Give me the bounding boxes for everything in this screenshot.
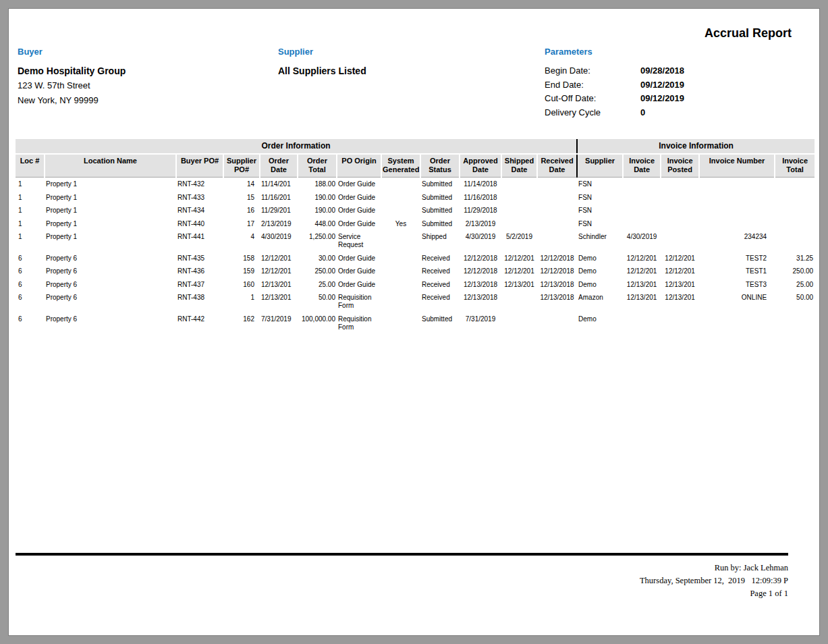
table-cell	[699, 217, 775, 231]
table-cell	[501, 313, 537, 334]
parameter-row: Delivery Cycle 0	[545, 107, 684, 122]
table-cell: 12/13/201	[501, 278, 537, 292]
table-cell: 250.00	[298, 265, 337, 278]
table-cell: 12/13/2018	[537, 278, 577, 292]
table-cell: 12/12/2018	[460, 252, 501, 265]
table-cell: Order Guide	[337, 191, 381, 205]
table-cell: Schindler	[577, 230, 623, 252]
table-cell: FSN	[577, 217, 623, 231]
table-cell: 12/12/2018	[537, 252, 577, 265]
table-cell: 12/12/2018	[460, 265, 501, 278]
footer-page-number: Page 1 of 1	[16, 587, 788, 600]
table-cell: 2/13/2019	[260, 217, 298, 231]
column-header: Invoice Number	[699, 154, 775, 178]
table-cell: Received	[420, 278, 460, 292]
table-cell: 12/13/2018	[537, 291, 577, 313]
table-cell: RNT-436	[176, 265, 223, 278]
table-row: 6Property 6RNT-43515812/12/20130.00Order…	[16, 252, 815, 265]
table-row: 6Property 6RNT-438112/13/20150.00Requisi…	[16, 291, 815, 313]
table-cell: 4/30/2019	[460, 230, 501, 252]
table-cell: 160	[223, 278, 260, 292]
table-cell	[661, 313, 699, 334]
table-cell: Property 6	[45, 313, 176, 334]
table-cell: 188.00	[298, 178, 337, 191]
supplier-section-label: Supplier	[278, 47, 366, 57]
column-header: Received Date	[537, 154, 577, 178]
table-cell: 50.00	[298, 291, 337, 313]
table-cell: Property 1	[45, 204, 176, 217]
buyer-section-label: Buyer	[18, 47, 126, 57]
table-cell	[699, 204, 775, 217]
column-header: Invoice Posted	[661, 154, 699, 178]
table-cell	[775, 178, 815, 191]
table-cell	[381, 265, 420, 278]
table-cell	[537, 204, 577, 217]
table-cell: 12/13/201	[260, 291, 298, 313]
column-header: Supplier PO#	[223, 154, 260, 178]
table-cell: 1	[223, 291, 260, 313]
table-cell: 12/12/201	[661, 252, 699, 265]
table-cell: 11/29/2018	[460, 204, 501, 217]
table-cell: 12/12/201	[623, 252, 661, 265]
table-cell: 12/13/2018	[460, 291, 501, 313]
table-cell	[537, 313, 577, 334]
parameter-value: 0	[640, 107, 645, 117]
column-header: PO Origin	[337, 154, 381, 178]
table-cell: RNT-437	[176, 278, 223, 292]
table-cell: Received	[420, 252, 460, 265]
table-cell: 12/12/201	[260, 252, 298, 265]
supplier-section: Supplier All Suppliers Listed	[278, 47, 366, 76]
column-header: Order Date	[260, 154, 298, 178]
table-cell: Order Guide	[337, 204, 381, 217]
report-footer: Run by: Jack Lehman Thursday, September …	[16, 562, 788, 600]
table-cell	[699, 191, 775, 205]
table-cell: 12/13/201	[661, 278, 699, 292]
table-cell: 190.00	[298, 191, 337, 205]
table-cell	[775, 217, 815, 231]
page-title: Accrual Report	[705, 26, 792, 41]
table-cell: Requisition Form	[337, 313, 381, 334]
table-cell: Property 6	[45, 252, 176, 265]
column-header: Approved Date	[460, 154, 501, 178]
table-cell	[381, 204, 420, 217]
table-cell: 7/31/2019	[460, 313, 501, 334]
table-cell: 234234	[699, 230, 775, 252]
table-cell: 12/12/201	[260, 265, 298, 278]
invoice-information-group-header: Invoice Information	[577, 139, 815, 154]
table-cell: 17	[223, 217, 260, 231]
table-cell: 158	[223, 252, 260, 265]
table-cell: RNT-438	[176, 291, 223, 313]
table-cell: 11/16/2018	[460, 191, 501, 205]
buyer-name: Demo Hospitality Group	[18, 65, 126, 76]
table-cell: Received	[420, 265, 460, 278]
table-cell	[537, 230, 577, 252]
table-cell	[623, 217, 661, 231]
report-table: Order Information Invoice Information Lo…	[16, 139, 815, 333]
column-header: Invoice Total	[775, 154, 815, 178]
table-cell	[775, 191, 815, 205]
table-row: 6Property 6RNT-4421627/31/2019100,000.00…	[16, 313, 815, 334]
table-cell: Property 1	[45, 178, 176, 191]
table-cell	[775, 204, 815, 217]
parameter-row: End Date: 09/12/2019	[545, 80, 684, 94]
column-header: Shipped Date	[501, 154, 537, 178]
report-page: Accrual Report Buyer Demo Hospitality Gr…	[8, 8, 820, 636]
report-table-wrap: Order Information Invoice Information Lo…	[16, 139, 815, 333]
table-cell	[501, 178, 537, 191]
column-header: System Generated	[381, 154, 420, 178]
table-cell	[381, 313, 420, 334]
table-cell	[775, 230, 815, 252]
table-cell: Demo	[577, 265, 623, 278]
table-cell: RNT-434	[176, 204, 223, 217]
parameter-label: End Date:	[545, 80, 640, 90]
table-cell: 12/12/201	[501, 252, 537, 265]
table-cell: Order Guide	[337, 178, 381, 191]
table-cell: 25.00	[298, 278, 337, 292]
table-row: 1Property 1RNT-4321411/14/201188.00Order…	[16, 178, 815, 191]
table-row: 1Property 1RNT-4341611/29/201190.00Order…	[16, 204, 815, 217]
parameter-value: 09/28/2018	[640, 65, 684, 76]
table-cell: 6	[16, 291, 45, 313]
table-cell: RNT-442	[176, 313, 223, 334]
table-cell: 1	[16, 204, 45, 217]
table-cell: 250.00	[775, 265, 815, 278]
